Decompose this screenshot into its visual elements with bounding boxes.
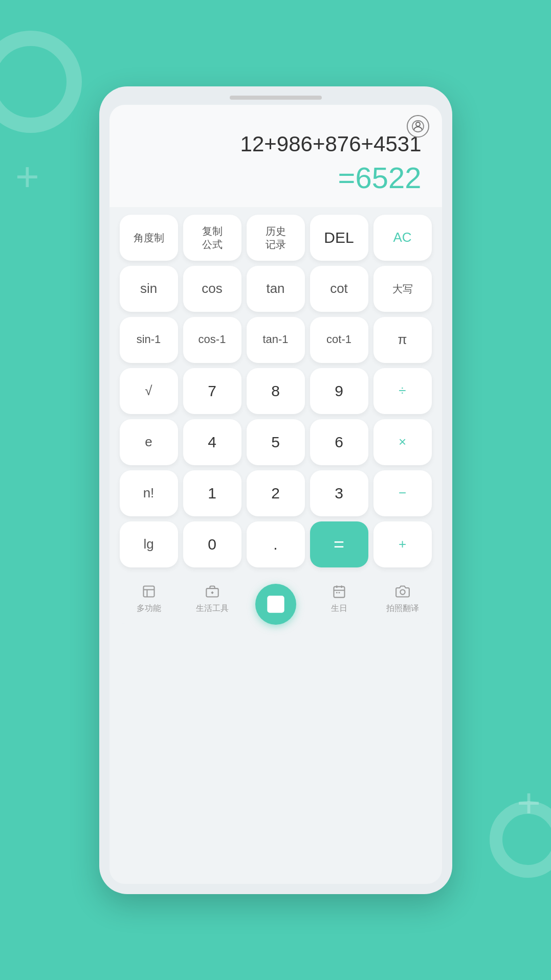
calculator-icon <box>140 582 158 601</box>
center-fab-button[interactable] <box>255 584 296 625</box>
camera-icon <box>393 582 412 601</box>
user-icon[interactable] <box>407 115 429 138</box>
bg-plus-icon: + <box>15 153 39 200</box>
expression-display: 12+986+876+4531 <box>240 131 422 157</box>
e-button[interactable]: e <box>120 419 178 465</box>
8-button[interactable]: 8 <box>247 368 305 414</box>
pi-button[interactable]: π <box>373 317 432 363</box>
subtract-button[interactable]: − <box>373 470 432 516</box>
lg-button[interactable]: lg <box>120 521 178 567</box>
1-button[interactable]: 1 <box>183 470 241 516</box>
5-button[interactable]: 5 <box>247 419 305 465</box>
nav-tools-label: 生活工具 <box>196 603 229 614</box>
factorial-button[interactable]: n! <box>120 470 178 516</box>
notch <box>230 96 322 100</box>
sqrt-button[interactable]: √ <box>120 368 178 414</box>
6-button[interactable]: 6 <box>310 419 368 465</box>
atan-button[interactable]: tan-1 <box>247 317 305 363</box>
bg-plus-icon-2: + <box>517 780 541 827</box>
tan-button[interactable]: tan <box>247 266 305 312</box>
cos-button[interactable]: cos <box>183 266 241 312</box>
button-row-4: √ 7 8 9 ÷ <box>120 368 432 414</box>
button-row-3: sin-1 cos-1 tan-1 cot-1 π <box>120 317 432 363</box>
button-row-7: lg 0 . = + <box>120 521 432 567</box>
ac-button[interactable]: AC <box>373 215 432 261</box>
status-bar <box>99 86 452 105</box>
decimal-button[interactable]: . <box>247 521 305 567</box>
asin-button[interactable]: sin-1 <box>120 317 178 363</box>
button-row-1: 角度制 复制 公式 历史 记录 DEL AC <box>120 215 432 261</box>
calendar-icon <box>330 582 348 601</box>
tools-icon <box>203 582 222 601</box>
svg-point-0 <box>416 122 420 126</box>
copy-formula-button[interactable]: 复制 公式 <box>183 215 241 261</box>
0-button[interactable]: 0 <box>183 521 241 567</box>
3-button[interactable]: 3 <box>310 470 368 516</box>
result-display: =6522 <box>338 162 422 194</box>
4-button[interactable]: 4 <box>183 419 241 465</box>
add-button[interactable]: + <box>373 521 432 567</box>
nav-birthday-label: 生日 <box>331 603 347 614</box>
equals-button[interactable]: = <box>310 521 368 567</box>
angle-mode-button[interactable]: 角度制 <box>120 215 178 261</box>
phone-frame: 12+986+876+4531 =6522 角度制 复制 公式 历史 记录 DE… <box>99 86 452 894</box>
svg-rect-8 <box>268 597 283 612</box>
multiply-button[interactable]: × <box>373 419 432 465</box>
button-row-6: n! 1 2 3 − <box>120 470 432 516</box>
svg-point-19 <box>400 589 405 594</box>
nav-multi-function[interactable]: 多功能 <box>117 582 181 614</box>
nav-photo-translate[interactable]: 拍照翻译 <box>371 582 434 614</box>
2-button[interactable]: 2 <box>247 470 305 516</box>
nav-birthday[interactable]: 生日 <box>307 582 371 614</box>
button-row-5: e 4 5 6 × <box>120 419 432 465</box>
acot-button[interactable]: cot-1 <box>310 317 368 363</box>
cot-button[interactable]: cot <box>310 266 368 312</box>
7-button[interactable]: 7 <box>183 368 241 414</box>
nav-photo-translate-label: 拍照翻译 <box>386 603 419 614</box>
acos-button[interactable]: cos-1 <box>183 317 241 363</box>
calculator-card: 12+986+876+4531 =6522 角度制 复制 公式 历史 记录 DE… <box>109 105 442 884</box>
9-button[interactable]: 9 <box>310 368 368 414</box>
button-grid: 角度制 复制 公式 历史 记录 DEL AC sin cos tan cot 大… <box>109 207 442 573</box>
divide-button[interactable]: ÷ <box>373 368 432 414</box>
sin-button[interactable]: sin <box>120 266 178 312</box>
svg-rect-2 <box>143 586 154 597</box>
del-button[interactable]: DEL <box>310 215 368 261</box>
bottom-nav: 多功能 生活工具 <box>109 573 442 624</box>
nav-multi-label: 多功能 <box>137 603 161 614</box>
uppercase-button[interactable]: 大写 <box>373 266 432 312</box>
history-button[interactable]: 历史 记录 <box>247 215 305 261</box>
button-row-2: sin cos tan cot 大写 <box>120 266 432 312</box>
nav-tools[interactable]: 生活工具 <box>181 582 244 614</box>
display-area: 12+986+876+4531 =6522 <box>109 105 442 207</box>
